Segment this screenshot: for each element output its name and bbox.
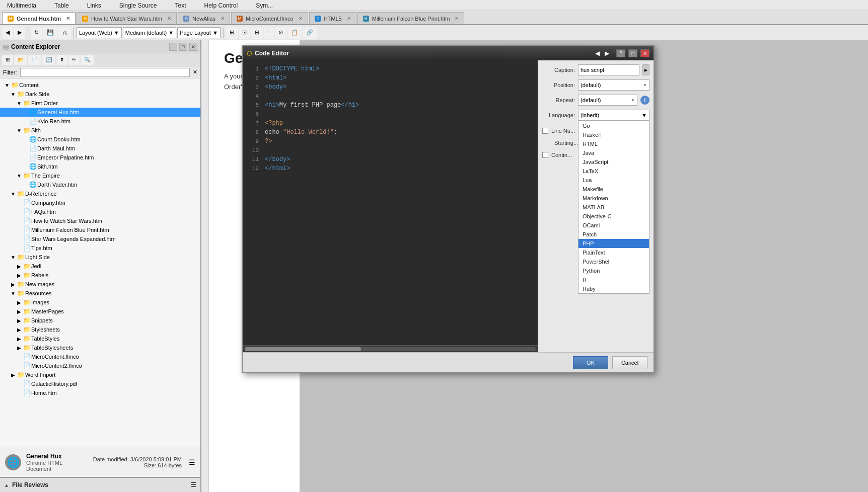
tree-item-first-order[interactable]: ▼ 📁 First Order [0, 99, 200, 108]
panel-toolbar-btn4[interactable]: 🔄 [42, 55, 55, 65]
tree-item-how-to-watch[interactable]: 📄 How to Watch Star Wars.htm [0, 216, 200, 225]
tree-toggle-table-styles[interactable]: ▶ [16, 336, 22, 342]
menu-single-source[interactable]: Single Source [116, 1, 160, 10]
tree-toggle-table-stylesheets[interactable]: ▶ [16, 345, 22, 351]
tree-item-microcontent-flmco[interactable]: 📄 MicroContent.flmco [0, 352, 200, 361]
tree-item-general-hux[interactable]: 🌐 General Hux.htm [0, 108, 200, 117]
dialog-help-btn[interactable]: ? [616, 49, 625, 57]
prop-caption-arrow[interactable]: ▶ [642, 64, 649, 75]
menu-links[interactable]: Links [84, 1, 104, 10]
lang-item-markdown[interactable]: Markdown [578, 194, 649, 203]
menu-sym[interactable]: Sym... [253, 1, 276, 10]
lang-item-html[interactable]: HTML [578, 139, 649, 148]
dialog-maximize-btn[interactable]: □ [628, 49, 637, 57]
tree-toggle-d-reference[interactable]: ▼ [10, 191, 16, 197]
tree-item-resources[interactable]: ▼ 📁 Resources [0, 289, 200, 298]
toolbar-btn-c[interactable]: ⊞ [251, 27, 263, 39]
lang-item-plaintext[interactable]: PlainText [578, 248, 649, 257]
tab-html5[interactable]: 5 HTML5 ✕ [309, 12, 356, 24]
toolbar-print-btn[interactable]: 🖨 [58, 27, 71, 39]
tree-toggle-the-empire[interactable]: ▼ [16, 173, 22, 179]
toolbar-btn-d[interactable]: ≡ [264, 27, 274, 39]
toolbar-medium-dropdown[interactable]: Medium (default) ▼ [123, 27, 176, 38]
panel-toolbar-btn7[interactable]: 🔍 [81, 55, 94, 65]
tree-toggle-rebels[interactable]: ▶ [16, 272, 22, 278]
code-scrollbar[interactable] [243, 345, 538, 352]
tree-item-sith[interactable]: ▼ 📁 Sith [0, 126, 200, 135]
tree-item-dark-side[interactable]: ▼ 📁 Dark Side [0, 90, 200, 99]
tree-item-darth-maul[interactable]: 📄 Darth Maul.htm [0, 144, 200, 153]
ok-button[interactable]: OK [573, 356, 608, 369]
lang-item-python[interactable]: Python [578, 266, 649, 275]
lang-item-php[interactable]: PHP [578, 239, 649, 248]
lang-item-java[interactable]: Java [578, 148, 649, 157]
tab-close-microcontent[interactable]: ✕ [299, 16, 303, 21]
toolbar-btn-g[interactable]: 🔗 [303, 27, 317, 39]
lang-dropdown[interactable]: (inherit) ▼ [578, 110, 649, 121]
tab-how-to-watch[interactable]: H How to Watch Star Wars.htm ✕ [77, 12, 177, 24]
panel-toolbar-btn6[interactable]: ✏ [68, 55, 80, 65]
tree-item-rebels[interactable]: ▶ 📁 Rebels [0, 271, 200, 280]
tree-item-new-images[interactable]: ▶ 📁 NewImages [0, 280, 200, 289]
tree-item-tips[interactable]: 📄 Tips.htm [0, 243, 200, 253]
toolbar-btn-f[interactable]: 📋 [287, 27, 302, 39]
toolbar-btn-b[interactable]: ⊡ [239, 27, 250, 39]
tree-view[interactable]: ▼ 📁 Content ▼ 📁 Dark Side ▼ 📁 First Orde… [0, 78, 200, 447]
line-numbers-checkbox[interactable] [542, 128, 548, 134]
tree-item-the-empire[interactable]: ▼ 📁 The Empire [0, 171, 200, 180]
menu-text[interactable]: Text [172, 1, 189, 10]
status-more-btn[interactable]: ☰ [189, 458, 195, 466]
dialog-close-btn[interactable]: ✕ [640, 49, 649, 57]
tree-toggle-new-images[interactable]: ▶ [10, 281, 16, 287]
lang-list[interactable]: Go Haskell HTML Java JavaScript LaTeX Lu… [578, 121, 649, 294]
prop-position-select[interactable]: (default) ▼ [578, 79, 649, 91]
filter-input[interactable] [20, 68, 190, 77]
tree-item-table-styles[interactable]: ▶ 📁 TableStyles [0, 334, 200, 343]
tree-item-d-reference[interactable]: ▼ 📁 D-Reference [0, 189, 200, 198]
tree-toggle-dark-side[interactable]: ▼ [10, 91, 16, 97]
lang-item-ruby[interactable]: Ruby [578, 284, 649, 293]
dialog-nav-back[interactable]: ◀ [595, 50, 600, 57]
tree-item-galactic-history[interactable]: 📄 GalacticHistory.pdf [0, 379, 200, 388]
tree-item-sith-htm[interactable]: 🌐 Sith.htm [0, 162, 200, 171]
lang-item-ocaml[interactable]: OCaml [578, 221, 649, 230]
lang-item-r[interactable]: R [578, 275, 649, 284]
tab-general-hux[interactable]: H General Hux.htm ✕ [2, 12, 76, 24]
tree-toggle-master-pages[interactable]: ▶ [16, 308, 22, 314]
scrollbar-thumb[interactable] [245, 347, 361, 351]
tree-toggle-word-import[interactable]: ▶ [10, 372, 16, 378]
panel-toolbar-btn3[interactable]: 📄 [28, 55, 41, 65]
toolbar-refresh-btn[interactable]: ↻ [31, 27, 42, 39]
tree-item-company[interactable]: 📄 Company.htm [0, 198, 200, 207]
toolbar-page-layout-dropdown[interactable]: Page Layout ▼ [177, 27, 221, 38]
tab-close-how-to-watch[interactable]: ✕ [167, 16, 171, 21]
lang-item-makefile[interactable]: Makefile [578, 185, 649, 194]
tree-item-master-pages[interactable]: ▶ 📁 MasterPages [0, 307, 200, 316]
tree-item-darth-vader[interactable]: 🌐 Darth Vader.htm [0, 180, 200, 189]
prop-caption-value[interactable]: hux script [578, 64, 639, 75]
panel-restore-btn[interactable]: □ [179, 43, 187, 51]
tree-item-kylo-ren[interactable]: 📄 Kylo Ren.htm [0, 117, 200, 126]
tree-item-count-dooku[interactable]: 🌐 Count Dooku.htm [0, 135, 200, 144]
tree-item-faqs[interactable]: 📄 FAQs.htm [0, 207, 200, 216]
tree-item-jedi[interactable]: ▶ 📁 Jedi [0, 262, 200, 271]
file-reviews-expand-btn[interactable]: ▲ [4, 482, 9, 488]
panel-close-btn[interactable]: ✕ [189, 43, 197, 51]
tree-item-table-stylesheets[interactable]: ▶ 📁 TableStylesheets [0, 343, 200, 352]
tree-toggle-sith[interactable]: ▼ [16, 127, 22, 133]
lang-item-matlab[interactable]: MATLAB [578, 203, 649, 212]
lang-item-lua[interactable]: Lua [578, 176, 649, 185]
prop-repeat-info-btn[interactable]: i [640, 96, 649, 105]
menu-table[interactable]: Table [51, 1, 72, 10]
tree-item-word-import[interactable]: ▶ 📁 Word Import [0, 370, 200, 379]
filter-clear-btn[interactable]: ✕ [193, 69, 197, 75]
tree-toggle-first-order[interactable]: ▼ [16, 100, 22, 106]
file-reviews-menu-btn[interactable]: ☰ [191, 481, 196, 488]
tab-close-millenium[interactable]: ✕ [455, 16, 459, 21]
continue-checkbox[interactable] [542, 152, 548, 158]
tree-toggle-content[interactable]: ▼ [4, 82, 10, 88]
tree-item-snippets[interactable]: ▶ 📁 Snippets [0, 316, 200, 325]
tree-toggle-stylesheets[interactable]: ▶ [16, 326, 22, 333]
panel-toolbar-btn5[interactable]: ⬆ [56, 55, 67, 65]
toolbar-save-btn[interactable]: 💾 [43, 27, 57, 39]
